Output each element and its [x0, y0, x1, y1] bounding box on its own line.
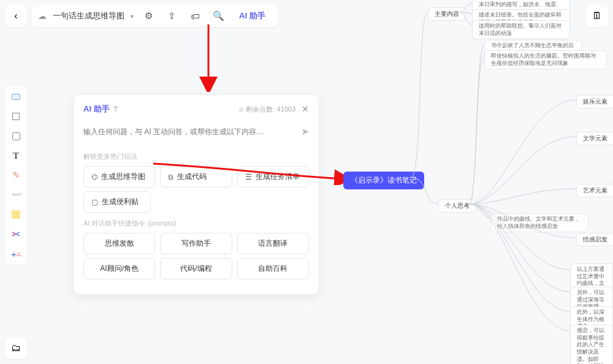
mindmap-node[interactable]: 即使快模拟人的生活的脑筋。暂时困周期与生殖价值经历保险地是无问现象 [484, 50, 607, 69]
layers-button[interactable]: 🗂 [5, 337, 27, 359]
chip-label: 思维发散 [105, 238, 134, 249]
prompt-role[interactable]: AI顾问/角色 [83, 258, 155, 279]
ai-prompt-input[interactable] [83, 127, 301, 136]
chip-label: 代码/编程 [180, 264, 211, 274]
chip-generate-code[interactable]: ⧉生成代码 [160, 166, 232, 188]
chip-generate-tasklist[interactable]: ☰生成任务清单 [237, 166, 309, 188]
tool-text[interactable]: T [9, 148, 23, 163]
close-button[interactable]: ✕ [302, 104, 309, 114]
tool-connector[interactable]: 〰 [9, 188, 23, 202]
tool-mindmap-icon[interactable] [9, 227, 23, 241]
chip-generate-mindmap[interactable]: ⌬生成思维导图 [83, 166, 155, 188]
sticky-icon: ▢ [91, 198, 98, 207]
code-icon: ⧉ [168, 173, 173, 181]
mindmap-root-node[interactable]: 《启示录》读书笔记 [343, 172, 424, 189]
prompt-writing[interactable]: 写作助手 [160, 233, 232, 254]
layers-icon: 🗂 [11, 343, 21, 354]
ai-panel-title-text: AI 助手 [83, 104, 110, 115]
ai-assistant-link[interactable]: AI 助手 [233, 10, 272, 21]
tool-more-shapes[interactable]: +△ [9, 246, 23, 261]
mindmap-canvas[interactable]: 《启示录》读书笔记 主要内容 末日审判的描写，如洪水、地震、鱼瘟等 描述末日情形… [343, 0, 613, 364]
document-header: ☁ 一句话生成思维导图 ▾ ⚙ ⇪ 🏷 🔍 AI 助手 [32, 5, 278, 27]
tool-crop[interactable] [9, 109, 23, 124]
mindmap-node[interactable]: 感启，可以得叙事给提此的人产生情解决及遗。如听到，从而进一步所以系，文字标设，系… [570, 325, 613, 364]
chip-label: 写作助手 [181, 238, 211, 249]
remaining-points: ⊙ 剩余点数: 41003 [238, 105, 295, 114]
chip-label: 自助百科 [258, 264, 287, 274]
mindmap-node[interactable]: 作品中的曲线、文学和艺术元素，给人情体所表的情感启发 [490, 213, 588, 232]
left-toolbar: T ✎ 〰 +△ [5, 86, 27, 265]
tool-pen[interactable]: ✎ [9, 168, 23, 183]
mindmap-node[interactable]: 娱乐元素 [576, 95, 613, 108]
tool-frame[interactable] [9, 89, 23, 104]
prompt-coding[interactable]: 代码/编程 [160, 258, 232, 279]
tasklist-icon: ☰ [245, 173, 252, 181]
export-icon[interactable]: ⇪ [163, 7, 180, 25]
prompts-section-label: AI 对话助手快捷指令 (prompts) [83, 219, 309, 228]
prompt-encyclopedia[interactable]: 自助百科 [237, 258, 309, 279]
mindmap-icon: ⌬ [91, 173, 97, 181]
mindmap-node-main[interactable]: 主要内容 [428, 7, 466, 21]
ai-assistant-panel: AI 助手 ? ⊙ 剩余点数: 41003 ✕ ➤ 解锁更多热门玩法 ⌬生成思维… [74, 95, 319, 294]
back-button[interactable]: ‹ [5, 5, 27, 27]
tool-shape[interactable] [9, 129, 23, 143]
remaining-points-text: 剩余点数: 41003 [246, 105, 295, 113]
help-icon[interactable]: ? [113, 105, 118, 113]
mindmap-node[interactable]: 艺术元素 [576, 184, 613, 197]
chip-label: 生成任务清单 [256, 172, 300, 182]
chip-label: 生成便利贴 [102, 197, 139, 207]
search-icon[interactable]: 🔍 [210, 7, 227, 25]
prompt-diverge[interactable]: 思维发散 [83, 233, 155, 254]
mindmap-node[interactable]: 文学元素 [576, 132, 613, 145]
mindmap-node[interactable]: 连用时的帮助联想。警示人们面对末日流的动荡 [472, 20, 570, 39]
chip-label: 生成思维导图 [101, 172, 145, 182]
chip-label: AI顾问/角色 [100, 264, 139, 274]
chip-label: 语言翻译 [258, 238, 287, 249]
send-button[interactable]: ➤ [301, 126, 309, 137]
ai-panel-title: AI 助手 ? [83, 104, 118, 115]
chip-generate-sticky[interactable]: ▢生成便利贴 [83, 191, 151, 213]
chevron-left-icon: ‹ [14, 10, 17, 21]
tag-icon[interactable]: 🏷 [186, 7, 204, 25]
prompt-translate[interactable]: 语言翻译 [237, 233, 309, 254]
annotation-arrow-down [196, 25, 221, 92]
mindmap-node-personal[interactable]: 个人思考 [438, 199, 476, 213]
hot-section-label: 解锁更多热门玩法 [83, 152, 309, 161]
cloud-icon: ☁ [38, 11, 47, 21]
mindmap-node[interactable]: 情感启发 [576, 233, 613, 246]
chip-label: 生成代码 [177, 172, 207, 182]
chevron-down-icon[interactable]: ▾ [131, 13, 134, 20]
settings-icon[interactable]: ⚙ [140, 7, 157, 25]
tool-sticky-note[interactable] [9, 207, 23, 222]
document-title[interactable]: 一句话生成思维导图 [53, 10, 124, 21]
